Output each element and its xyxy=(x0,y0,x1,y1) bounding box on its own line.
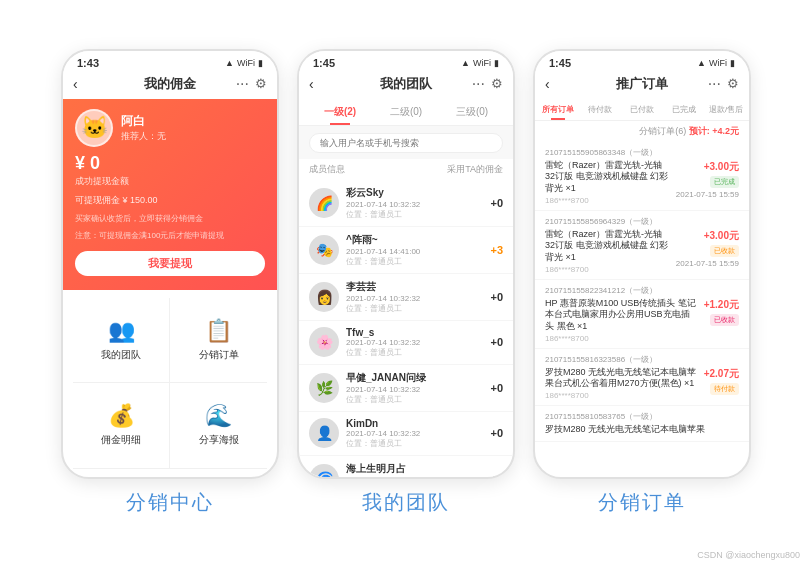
member-avatar-4: 🌿 xyxy=(309,373,339,403)
list-item[interactable]: 🌿 早健_JANAN问绿 2021-07-14 10:32:32 位置：普通员工… xyxy=(299,365,513,412)
tab-paid[interactable]: 已付款 xyxy=(621,99,663,120)
order-id-4: 210715155810583765（一级） xyxy=(545,411,739,422)
phone2-label: 我的团队 xyxy=(362,489,450,516)
member-tags-0: 位置：普通员工 xyxy=(346,209,476,220)
phone3-frame: 1:45 ▲ WiFi ▮ ‹ 推广订单 ··· ⚙ 所有订单 待付款 xyxy=(533,49,751,479)
member-info-3: Tfw_s 2021-07-14 10:32:32 位置：普通员工 xyxy=(346,327,476,358)
phone2-info-row: 成员信息 采用TA的佣金 xyxy=(299,159,513,180)
phone2-more-icon[interactable]: ··· xyxy=(472,75,485,93)
order-item-2[interactable]: 210715155822341212（一级） HP 惠普原装M100 USB传统… xyxy=(535,280,749,349)
member-tags-2: 位置：普通员工 xyxy=(346,303,476,314)
wifi-icon: WiFi xyxy=(473,58,491,68)
order-item-0[interactable]: 210715155905863348（一级） 雷蛇（Razer）雷霆光轨-光轴3… xyxy=(535,142,749,211)
phone1-user-info: 阿白 推荐人：无 xyxy=(121,113,166,143)
member-score-0: +0 xyxy=(483,197,503,209)
commission-icon: 💰 xyxy=(108,403,135,429)
phone3-title: 推广订单 xyxy=(616,75,668,93)
list-item[interactable]: 🌸 Tfw_s 2021-07-14 10:32:32 位置：普通员工 +0 xyxy=(299,321,513,365)
order-date-1: 2021-07-15 15:59 xyxy=(676,259,739,268)
phone2-status-icons: ▲ WiFi ▮ xyxy=(461,58,499,68)
tab-done[interactable]: 已完成 xyxy=(663,99,705,120)
order-amount-0: +3.00元 xyxy=(704,160,739,174)
member-score-5: +0 xyxy=(483,427,503,439)
order-item-1[interactable]: 210715155856964329（一级） 雷蛇（Razer）雷霆光轨-光轴3… xyxy=(535,211,749,280)
member-date-1: 2021-07-14 14:41:00 xyxy=(346,247,476,256)
order-content-3: 罗技M280 无线光电无线笔记本电脑苹果台式机公省着用M270方便(黑色) ×1… xyxy=(545,367,739,400)
tab-level3[interactable]: 三级(0) xyxy=(439,99,505,125)
phone1-balance-label: 成功提现金额 xyxy=(75,175,265,188)
phone2-settings-icon[interactable]: ⚙ xyxy=(491,76,503,91)
list-item[interactable]: 👤 KimDn 2021-07-14 10:32:32 位置：普通员工 +0 xyxy=(299,412,513,456)
order-item-4[interactable]: 210715155810583765（一级） 罗技M280 无线光电无线笔记本电… xyxy=(535,406,749,442)
phone1-menu-share[interactable]: 🌊 分享海报 xyxy=(170,383,267,468)
tab-level1[interactable]: 一级(2) xyxy=(307,99,373,125)
phone1-back-icon[interactable]: ‹ xyxy=(73,76,78,92)
list-item[interactable]: 🌀 海上生明月占 2021-07-14 10:32:32 位置：普通员工 +0 xyxy=(299,456,513,477)
tab-pending[interactable]: 待付款 xyxy=(579,99,621,120)
phone3-label: 分销订单 xyxy=(598,489,686,516)
team-icon: 👥 xyxy=(108,318,135,344)
phone1-withdraw-button[interactable]: 我要提现 xyxy=(75,251,265,276)
phone3-summary-amount: 预计: +4.2元 xyxy=(689,125,739,138)
list-item[interactable]: 🎭 ^阵雨~ 2021-07-14 14:41:00 位置：普通员工 +3 xyxy=(299,227,513,274)
member-avatar-5: 👤 xyxy=(309,418,339,448)
phone1-section: 1:43 ▲ WiFi ▮ ‹ 我的佣金 ··· ⚙ xyxy=(61,49,279,516)
phone1-more-icon[interactable]: ··· xyxy=(236,75,249,93)
member-name-3: Tfw_s xyxy=(346,327,476,338)
signal-icon: ▲ xyxy=(225,58,234,68)
member-score-6: +0 xyxy=(483,473,503,477)
phone2-status-bar: 1:45 ▲ WiFi ▮ xyxy=(299,51,513,71)
member-tags-5: 位置：普通员工 xyxy=(346,438,476,449)
member-name-1: ^阵雨~ xyxy=(346,233,476,247)
order-left-0: 雷蛇（Razer）雷霆光轨-光轴32订版 电竞游戏机械键盘 幻彩背光 ×1 18… xyxy=(545,160,676,205)
phone1-menu-team[interactable]: 👥 我的团队 xyxy=(73,298,170,383)
order-content-0: 雷蛇（Razer）雷霆光轨-光轴32订版 电竞游戏机械键盘 幻彩背光 ×1 18… xyxy=(545,160,739,205)
phone1-menu-share-label: 分享海报 xyxy=(199,433,239,447)
phone3-tabs: 所有订单 待付款 已付款 已完成 退款/售后 xyxy=(535,99,749,121)
member-info-1: ^阵雨~ 2021-07-14 14:41:00 位置：普通员工 xyxy=(346,233,476,267)
phone2-member-list: 🌈 彩云Sky 2021-07-14 10:32:32 位置：普通员工 +0 🎭… xyxy=(299,180,513,477)
order-desc-1: 雷蛇（Razer）雷霆光轨-光轴32订版 电竞游戏机械键盘 幻彩背光 ×1 xyxy=(545,229,670,264)
order-content-4: 罗技M280 无线光电无线笔记本电脑苹果 xyxy=(545,424,739,436)
tab-level2[interactable]: 二级(0) xyxy=(373,99,439,125)
phone1-note1: 买家确认收货后，立即获得分销佣金 xyxy=(75,213,265,224)
phone1-hero-top: 🐱 阿白 推荐人：无 xyxy=(75,109,265,147)
order-status-0: 已完成 xyxy=(710,176,739,188)
member-info-6: 海上生明月占 2021-07-14 10:32:32 位置：普通员工 xyxy=(346,462,476,477)
phone1-balance: ¥ 0 成功提现金额 xyxy=(75,153,265,188)
order-phone-1: 186****8700 xyxy=(545,265,676,274)
phone1-settings-icon[interactable]: ⚙ xyxy=(255,76,267,91)
phone2-tabs: 一级(2) 二级(0) 三级(0) xyxy=(299,99,513,126)
order-content-1: 雷蛇（Razer）雷霆光轨-光轴32订版 电竞游戏机械键盘 幻彩背光 ×1 18… xyxy=(545,229,739,274)
phone1-menu-commission[interactable]: 💰 佣金明细 xyxy=(73,383,170,468)
member-name-0: 彩云Sky xyxy=(346,186,476,200)
member-tags-4: 位置：普通员工 xyxy=(346,394,476,405)
list-item[interactable]: 🌈 彩云Sky 2021-07-14 10:32:32 位置：普通员工 +0 xyxy=(299,180,513,227)
phone1-menu-orders[interactable]: 📋 分销订单 xyxy=(170,298,267,383)
order-status-2: 已收款 xyxy=(710,314,739,326)
order-desc-0: 雷蛇（Razer）雷霆光轨-光轴32订版 电竞游戏机械键盘 幻彩背光 ×1 xyxy=(545,160,670,195)
order-right-3: +2.07元 待付款 xyxy=(704,367,739,395)
main-container: 1:43 ▲ WiFi ▮ ‹ 我的佣金 ··· ⚙ xyxy=(41,39,771,530)
order-right-2: +1.20元 已收款 xyxy=(704,298,739,326)
phone1-time: 1:43 xyxy=(77,57,99,69)
order-item-3[interactable]: 210715155816323586（一级） 罗技M280 无线光电无线笔记本电… xyxy=(535,349,749,406)
phone3-settings-icon[interactable]: ⚙ xyxy=(727,76,739,91)
member-info-4: 早健_JANAN问绿 2021-07-14 10:32:32 位置：普通员工 xyxy=(346,371,476,405)
phone2-back-icon[interactable]: ‹ xyxy=(309,76,314,92)
member-name-6: 海上生明月占 xyxy=(346,462,476,476)
list-item[interactable]: 👩 李芸芸 2021-07-14 10:32:32 位置：普通员工 +0 xyxy=(299,274,513,321)
phone3-back-icon[interactable]: ‹ xyxy=(545,76,550,92)
phone3-more-icon[interactable]: ··· xyxy=(708,75,721,93)
tab-all-orders[interactable]: 所有订单 xyxy=(537,99,579,120)
phone2-search-input[interactable] xyxy=(309,133,503,153)
member-date-0: 2021-07-14 10:32:32 xyxy=(346,200,476,209)
order-amount-3: +2.07元 xyxy=(704,367,739,381)
phone1-status-icons: ▲ WiFi ▮ xyxy=(225,58,263,68)
phone1-status-bar: 1:43 ▲ WiFi ▮ xyxy=(63,51,277,71)
order-left-2: HP 惠普原装M100 USB传统插头 笔记本台式电脑家用办公房用USB充电插头… xyxy=(545,298,704,343)
tab-refund[interactable]: 退款/售后 xyxy=(705,99,747,120)
member-info-2: 李芸芸 2021-07-14 10:32:32 位置：普通员工 xyxy=(346,280,476,314)
order-left-1: 雷蛇（Razer）雷霆光轨-光轴32订版 电竞游戏机械键盘 幻彩背光 ×1 18… xyxy=(545,229,676,274)
phone1-balance-amount: ¥ 0 xyxy=(75,153,265,174)
